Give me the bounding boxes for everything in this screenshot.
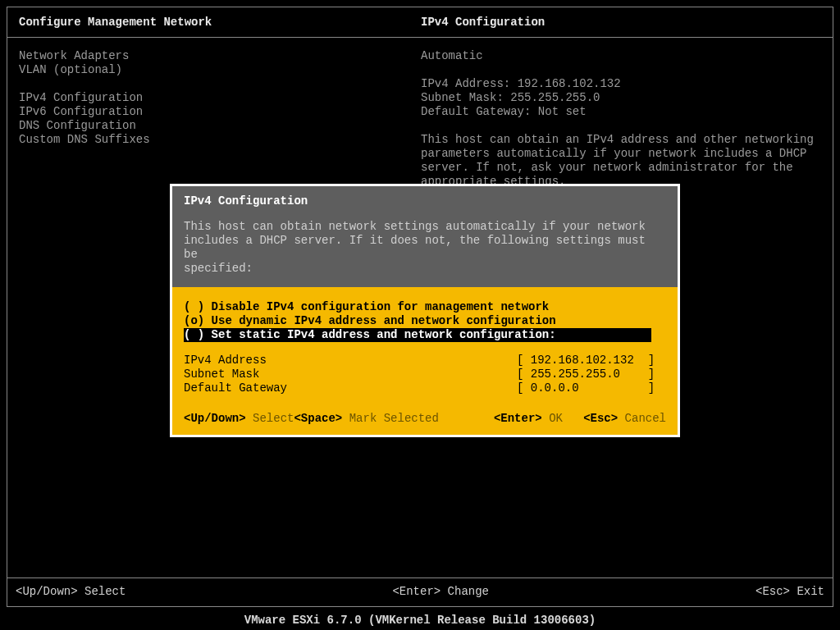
radio-dhcp-ipv4[interactable]: (o) Use dynamic IPv4 address and network… <box>184 314 666 328</box>
menu-item-dns[interactable]: DNS Configuration <box>19 119 421 133</box>
field-value: [ 192.168.102.132 ] <box>517 354 655 368</box>
info-desc-line: server. If not, ask your network adminis… <box>421 161 821 175</box>
menu-item-vlan[interactable]: VLAN (optional) <box>19 63 421 77</box>
field-ipv4-address[interactable]: IPv4 Address [ 192.168.102.132 ] <box>184 354 666 368</box>
dialog-desc-line: specified: <box>184 262 666 276</box>
field-default-gateway[interactable]: Default Gateway [ 0.0.0.0 ] <box>184 381 666 395</box>
field-label: IPv4 Address <box>184 354 517 368</box>
field-value: [ 255.255.255.0 ] <box>517 368 655 381</box>
hint-updown: <Up/Down> Select <box>16 585 126 598</box>
radio-disable-ipv4[interactable]: ( ) Disable IPv4 configuration for manag… <box>184 300 666 314</box>
field-value: [ 0.0.0.0 ] <box>517 381 655 395</box>
body: Network Adapters VLAN (optional) IPv4 Co… <box>7 38 833 189</box>
hint-esc: <Esc> Exit <box>756 585 824 598</box>
hint-updown: <Up/Down> Select <box>184 412 294 425</box>
ipv4-dialog: IPv4 Configuration This host can obtain … <box>170 184 680 437</box>
info-desc-line: This host can obtain an IPv4 address and… <box>421 133 821 147</box>
hint-space: <Space> Mark Selected <box>294 412 493 425</box>
dialog-desc-line: This host can obtain network settings au… <box>184 220 666 234</box>
dialog-footer: <Up/Down> Select <Space> Mark Selected <… <box>172 399 678 435</box>
radio-static-ipv4[interactable]: ( ) Set static IPv4 address and network … <box>184 328 651 342</box>
info-mask: Subnet Mask: 255.255.255.0 <box>421 91 821 105</box>
hint-ok-cancel: <Enter> OK <Esc> Cancel <box>494 412 666 425</box>
dialog-body: ( ) Disable IPv4 configuration for manag… <box>172 287 678 399</box>
menu-item-network-adapters[interactable]: Network Adapters <box>19 49 421 63</box>
menu-item-dns-suffixes[interactable]: Custom DNS Suffixes <box>19 133 421 147</box>
info-ipv4: IPv4 Address: 192.168.102.132 <box>421 77 821 91</box>
page-title-right: IPv4 Configuration <box>421 16 545 29</box>
dialog-title: IPv4 Configuration <box>184 194 666 208</box>
info-gateway: Default Gateway: Not set <box>421 105 821 119</box>
info-desc-line: parameters automatically if your network… <box>421 147 821 161</box>
page-title-left: Configure Management Network <box>19 16 421 29</box>
menu: Network Adapters VLAN (optional) IPv4 Co… <box>19 49 421 189</box>
dialog-header: IPv4 Configuration This host can obtain … <box>172 186 678 287</box>
product-label: VMware ESXi 6.7.0 (VMKernel Release Buil… <box>0 614 840 627</box>
field-subnet-mask[interactable]: Subnet Mask [ 255.255.255.0 ] <box>184 368 666 381</box>
footer: <Up/Down> Select <Enter> Change <Esc> Ex… <box>7 578 833 606</box>
static-fields: IPv4 Address [ 192.168.102.132 ] Subnet … <box>184 354 666 395</box>
hint-enter: <Enter> Change <box>392 585 489 598</box>
header: Configure Management Network IPv4 Config… <box>7 7 833 38</box>
field-label: Subnet Mask <box>184 368 517 381</box>
menu-item-ipv4[interactable]: IPv4 Configuration <box>19 91 421 105</box>
info-panel: Automatic IPv4 Address: 192.168.102.132 … <box>421 49 821 189</box>
menu-item-ipv6[interactable]: IPv6 Configuration <box>19 105 421 119</box>
info-mode: Automatic <box>421 49 821 63</box>
dialog-desc-line: includes a DHCP server. If it does not, … <box>184 234 666 262</box>
field-label: Default Gateway <box>184 381 517 395</box>
